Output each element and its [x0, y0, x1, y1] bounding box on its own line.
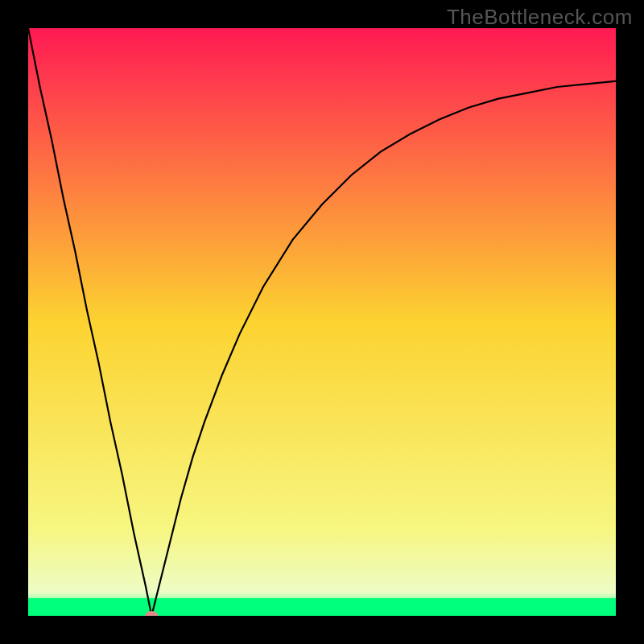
gradient-background	[28, 28, 616, 616]
chart-frame: TheBottleneck.com	[0, 0, 644, 644]
green-band	[28, 598, 616, 616]
plot-area	[28, 28, 616, 616]
bottleneck-chart	[28, 28, 616, 616]
watermark-label: TheBottleneck.com	[447, 5, 633, 30]
